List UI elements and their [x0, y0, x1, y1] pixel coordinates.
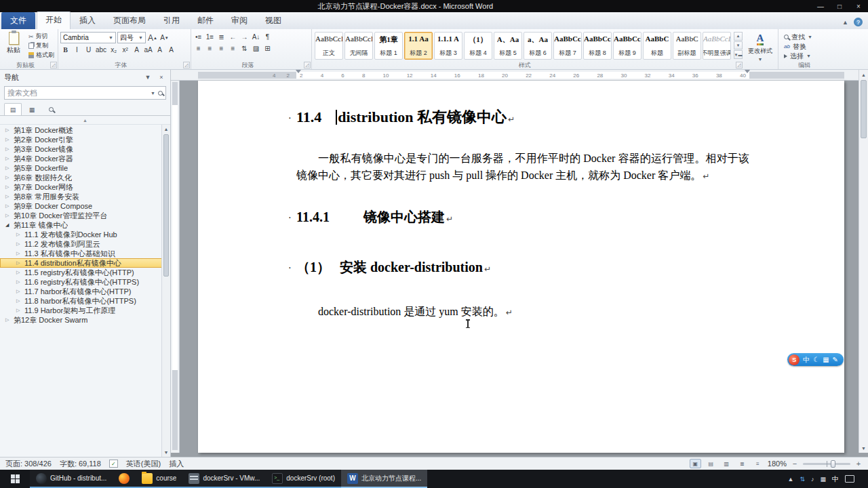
expand-triangle-icon[interactable]: ▷	[5, 184, 11, 190]
ribbon-tab[interactable]: 开始	[37, 12, 71, 29]
font-format-button[interactable]: A	[166, 45, 176, 55]
chevron-down-icon[interactable]: ▼	[151, 91, 155, 96]
nav-heading-item[interactable]: ▷ 第2章 Docker引擎	[0, 135, 170, 144]
print-layout-view-icon[interactable]: ▣	[690, 459, 701, 468]
scroll-up-icon[interactable]: ▲	[162, 125, 170, 134]
expand-triangle-icon[interactable]: ▷	[16, 270, 22, 275]
indent-marker[interactable]	[296, 70, 301, 73]
style-card[interactable]: 1.1 Aa 标题 2	[404, 32, 433, 60]
expand-triangle-icon[interactable]: ▷	[16, 298, 22, 304]
nav-heading-item[interactable]: ▷ 第10章 Docker管理监控平台	[0, 211, 170, 220]
zoom-slider[interactable]	[803, 463, 850, 465]
paragraph-button[interactable]: ▨	[251, 43, 261, 54]
nav-heading-item[interactable]: ▷ 第5章 Dockerfile	[0, 163, 170, 173]
search-icon[interactable]	[158, 91, 163, 96]
cut-button[interactable]: 剪切	[27, 32, 56, 41]
ribbon-tab[interactable]: 页面布局	[104, 12, 155, 29]
paragraph-button[interactable]: ≡	[205, 43, 215, 54]
language-indicator[interactable]: 英语(美国)	[126, 459, 161, 469]
style-card[interactable]: 第1章 标题 1	[374, 32, 403, 60]
nav-heading-item[interactable]: ▷ 11.3 私有镜像中心基础知识	[0, 249, 170, 258]
vertical-ruler[interactable]	[171, 81, 180, 453]
insert-mode[interactable]: 插入	[169, 459, 184, 469]
ime-icon[interactable]: 中	[803, 353, 810, 366]
ribbon-tab[interactable]: 邮件	[189, 12, 222, 29]
nav-heading-item[interactable]: ▷ 11.4 distribution私有镜像中心	[0, 258, 170, 268]
expand-triangle-icon[interactable]: ◢	[5, 222, 11, 228]
paste-button[interactable]: 粘贴	[2, 30, 25, 60]
document-search-box[interactable]: ▼	[4, 86, 166, 100]
maximize-button[interactable]: □	[830, 0, 849, 12]
nav-heading-item[interactable]: ▷ 11.8 harbor私有镜像中心(HTTPS)	[0, 296, 170, 306]
gallery-up-icon[interactable]: ▲	[734, 32, 743, 41]
search-input[interactable]	[7, 89, 148, 97]
tab-browse-results[interactable]	[42, 103, 60, 115]
minimize-button[interactable]: —	[811, 0, 830, 12]
taskbar-task[interactable]: 北京动力节点课程...	[341, 470, 427, 488]
nav-heading-item[interactable]: ▷ 第12章 Docker Swarm	[0, 315, 170, 325]
navigation-scrollbar[interactable]: ▲ ▼	[161, 125, 170, 457]
headings-top-marker[interactable]: ▲	[0, 116, 170, 125]
nav-heading-item[interactable]: ▷ 11.1 发布镜像到Docker Hub	[0, 230, 170, 239]
replace-button[interactable]: ab替换	[782, 42, 833, 51]
font-size-combo[interactable]: 四号▼	[117, 32, 146, 43]
grow-font-button[interactable]: A▲	[147, 33, 158, 43]
expand-triangle-icon[interactable]: ▷	[5, 156, 11, 161]
document-page[interactable]: ·11.4distribution 私有镜像中心↵ 一般私有镜像中心是专门的一台…	[198, 81, 844, 453]
action-center-icon[interactable]	[845, 475, 854, 483]
ribbon-tab[interactable]: 审阅	[222, 12, 256, 29]
nav-heading-item[interactable]: ▷ 11.6 registry私有镜像中心(HTTPS)	[0, 277, 170, 287]
style-card[interactable]: AaBbCcD 标题 7	[553, 32, 582, 60]
expand-triangle-icon[interactable]: ▷	[5, 317, 11, 323]
style-card[interactable]: AaBbC 标题	[643, 32, 671, 60]
input-language-indicator[interactable]: 中	[832, 474, 839, 484]
gallery-down-icon[interactable]: ▼	[734, 41, 743, 50]
paragraph-button[interactable]: ≡	[193, 43, 203, 54]
tab-browse-pages[interactable]: ▦	[23, 103, 41, 115]
expand-triangle-icon[interactable]: ▷	[16, 241, 22, 247]
expand-triangle-icon[interactable]: ▷	[16, 289, 22, 294]
paragraph-button[interactable]: ⇅	[239, 43, 250, 54]
proofing-icon[interactable]: ✓	[109, 460, 118, 468]
ribbon-tab[interactable]: 视图	[256, 12, 290, 29]
font-format-button[interactable]: A	[155, 45, 165, 55]
expand-triangle-icon[interactable]: ▷	[5, 175, 11, 180]
paragraph-button[interactable]: →	[239, 32, 250, 42]
style-card[interactable]: AaBbCcDi 标题 9	[613, 32, 642, 60]
expand-triangle-icon[interactable]: ▷	[16, 260, 22, 266]
ime-logo-icon[interactable]: S	[789, 354, 800, 365]
taskbar-task[interactable]: dockerSrv (root)	[266, 470, 341, 488]
nav-heading-item[interactable]: ▷ 第7章 Docker网络	[0, 182, 170, 192]
taskbar-task[interactable]: GitHub - distribut...	[30, 470, 113, 488]
font-format-button[interactable]: I	[72, 45, 82, 55]
style-card[interactable]: （1） 标题 4	[464, 32, 492, 60]
web-layout-view-icon[interactable]: ▥	[721, 459, 732, 468]
nav-heading-item[interactable]: ▷ 11.5 registry私有镜像中心(HTTP)	[0, 268, 170, 277]
expand-triangle-icon[interactable]: ▷	[5, 165, 11, 171]
font-format-button[interactable]: x²	[120, 45, 130, 55]
taskbar-task[interactable]: dockerSrv - VMw...	[182, 470, 266, 488]
nav-heading-item[interactable]: ◢ 第11章 镜像中心	[0, 220, 170, 230]
expand-triangle-icon[interactable]: ▷	[5, 194, 11, 199]
fullscreen-view-icon[interactable]: ▤	[705, 459, 717, 468]
font-dialog-launcher[interactable]: ◿	[183, 62, 190, 68]
paragraph-button[interactable]: •≡	[193, 32, 203, 42]
paragraph-button[interactable]: ←	[228, 32, 238, 42]
font-format-button[interactable]: A	[132, 45, 142, 55]
style-card[interactable]: AaBbCcI 标题 8	[583, 32, 612, 60]
paragraph-button[interactable]: ¶	[262, 32, 273, 42]
paragraph-dialog-launcher[interactable]: ◿	[304, 62, 311, 68]
expand-triangle-icon[interactable]: ▷	[5, 127, 11, 133]
shrink-font-button[interactable]: A▼	[159, 33, 170, 43]
font-family-combo[interactable]: Cambria▼	[60, 32, 116, 43]
tray-keyboard-icon[interactable]: ▦	[820, 476, 826, 483]
ime-icon[interactable]: ☾	[813, 353, 819, 366]
style-card[interactable]: AaBbCcDd 无间隔	[344, 32, 373, 60]
nav-heading-item[interactable]: ▷ 第1章 Docker概述	[0, 125, 170, 135]
tray-expand-icon[interactable]: ▲	[788, 476, 794, 483]
ime-icon[interactable]: ▦	[823, 353, 829, 366]
start-button[interactable]	[0, 470, 30, 488]
page-indicator[interactable]: 页面: 308/426	[5, 459, 52, 469]
word-count[interactable]: 字数: 69,118	[60, 459, 101, 469]
styles-dialog-launcher[interactable]: ◿	[736, 62, 743, 68]
